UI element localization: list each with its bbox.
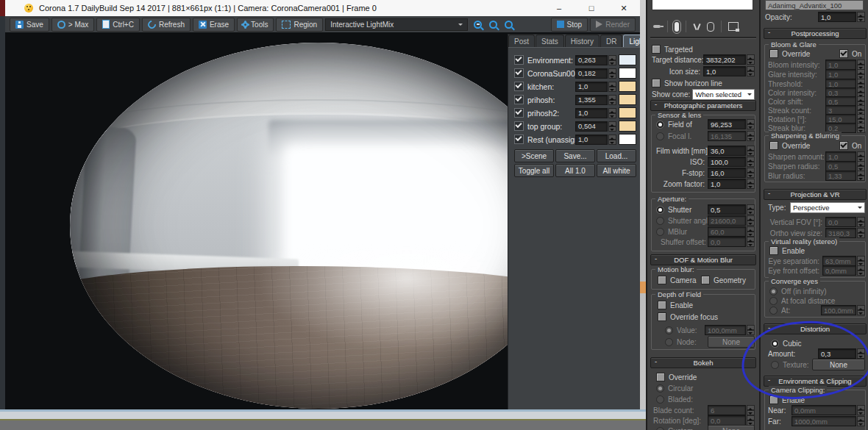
iso-input[interactable]: 100,0	[708, 157, 746, 167]
blur-radius-input[interactable]: 1,33	[825, 171, 856, 181]
converge-at-input[interactable]: 100,0mm	[821, 305, 856, 315]
rollout-dof-motion-blur[interactable]: - DOF & Motion Blur	[650, 254, 756, 265]
tab-post[interactable]: Post	[508, 35, 535, 47]
icon-size-spinner[interactable]	[747, 66, 755, 76]
ortho-view-size-spinner[interactable]	[857, 228, 865, 238]
override-focus-checkbox[interactable]	[658, 312, 666, 321]
layer-intensity-spinner[interactable]	[608, 135, 616, 145]
render-mode-dropdown[interactable]: Interactive LightMix	[325, 18, 468, 31]
bloom-intensity-spinner[interactable]	[857, 60, 865, 70]
field-of-view-spinner[interactable]	[747, 119, 755, 129]
layer-color-swatch[interactable]	[619, 81, 636, 92]
configure-modifier-sets-icon[interactable]	[728, 22, 739, 31]
dof-enable-checkbox[interactable]	[658, 301, 666, 309]
render-button[interactable]: Render	[590, 18, 636, 32]
layer-checkbox[interactable]	[514, 121, 524, 131]
layer-color-swatch[interactable]	[619, 94, 636, 105]
layer-checkbox[interactable]	[514, 68, 524, 78]
iso-spinner[interactable]	[747, 157, 755, 167]
modifier-list-box[interactable]	[652, 0, 753, 10]
tab-dr[interactable]: DR	[600, 35, 622, 47]
mblur-input[interactable]: 60,0	[708, 226, 746, 237]
bokeh-rotation-spinner[interactable]	[747, 415, 755, 426]
refresh-button[interactable]: Refresh	[142, 18, 191, 32]
focus-value-input[interactable]: 100,0mm	[705, 325, 746, 335]
layer-checkbox[interactable]	[514, 55, 524, 65]
send-to-max-button[interactable]: > Max	[51, 18, 95, 32]
layer-color-swatch[interactable]	[619, 121, 636, 132]
clip-far-input[interactable]: 1000,0mm	[791, 416, 856, 426]
circular-radio[interactable]	[656, 384, 664, 393]
clip-near-spinner[interactable]	[857, 405, 865, 415]
sharpen-amount-input[interactable]: 1,0	[825, 151, 856, 162]
rollout-bokeh[interactable]: - Bokeh	[650, 357, 756, 368]
tab-stats[interactable]: Stats	[536, 35, 564, 47]
zoom-fit-icon[interactable]	[505, 21, 513, 29]
layer-intensity-spinner[interactable]	[608, 108, 616, 118]
layer-color-swatch[interactable]	[619, 68, 636, 79]
all-1-button[interactable]: All 1.0	[555, 164, 595, 177]
layer-checkbox[interactable]	[514, 108, 524, 118]
zoom-in-icon[interactable]	[474, 21, 482, 29]
layer-intensity-spinner[interactable]	[608, 121, 616, 132]
layer-intensity-input[interactable]: 1,0	[575, 82, 608, 92]
sharpen-amount-spinner[interactable]	[857, 151, 865, 162]
projection-type-dropdown[interactable]: Perspective	[790, 202, 865, 213]
layer-intensity-input[interactable]: 1,0	[575, 135, 608, 145]
camera-mblur-checkbox[interactable]	[658, 276, 666, 284]
close-button[interactable]: ✕	[608, 0, 640, 16]
converge-focal-radio[interactable]	[769, 297, 778, 305]
zoom-out-icon[interactable]	[489, 21, 497, 29]
layer-intensity-spinner[interactable]	[608, 68, 616, 79]
opacity-input[interactable]: 1,0	[818, 12, 856, 22]
copy-button[interactable]: Ctrl+C	[96, 18, 140, 32]
bloom-on-checkbox[interactable]	[839, 49, 848, 58]
bloom-override-checkbox[interactable]	[769, 49, 778, 58]
focal-length-spinner[interactable]	[747, 131, 755, 141]
focus-value-spinner[interactable]	[747, 325, 755, 335]
shutter-angle-input[interactable]: 21600,0	[708, 215, 746, 226]
stop-button[interactable]: Stop	[551, 18, 588, 32]
ortho-view-size-input[interactable]: 3180,3	[825, 228, 856, 238]
toggle-all-button[interactable]: Toggle all	[514, 164, 554, 177]
layer-intensity-input[interactable]: 0,263	[575, 55, 608, 65]
field-of-view-radio[interactable]	[656, 121, 664, 129]
eye-separation-input[interactable]: 63,0mm	[822, 256, 856, 266]
shutter-angle-radio[interactable]	[656, 217, 664, 225]
scene-button[interactable]: >Scene	[514, 149, 554, 162]
layer-intensity-input[interactable]: 0,182	[575, 68, 608, 79]
vr-enable-checkbox[interactable]	[769, 246, 778, 255]
focus-node-radio[interactable]	[665, 338, 673, 346]
converge-off-radio[interactable]	[769, 287, 778, 295]
sharpen-on-checkbox[interactable]	[839, 141, 848, 150]
tools-button[interactable]: Tools	[237, 18, 274, 32]
mblur-radio[interactable]	[656, 228, 664, 236]
custom-bokeh-button[interactable]: None	[708, 425, 755, 430]
layer-color-swatch[interactable]	[619, 134, 636, 145]
focal-length-input[interactable]: 16,135	[708, 131, 746, 141]
focus-value-radio[interactable]	[665, 326, 673, 334]
region-button[interactable]: Region	[276, 18, 323, 32]
focal-length-radio[interactable]	[656, 132, 664, 140]
sharpen-radius-input[interactable]: 0,5	[825, 161, 856, 171]
lut-dropdown[interactable]: Adanimq_Advantix_100	[765, 0, 864, 10]
zoom-factor-spinner[interactable]	[747, 179, 755, 189]
bokeh-override-checkbox[interactable]	[656, 373, 665, 381]
layer-intensity-spinner[interactable]	[608, 95, 616, 105]
zoom-factor-input[interactable]: 1,0	[708, 179, 746, 189]
fstop-spinner[interactable]	[747, 168, 755, 178]
layer-color-swatch[interactable]	[619, 107, 636, 118]
layer-intensity-input[interactable]: 1,0	[575, 108, 608, 118]
vertical-fov-spinner[interactable]	[857, 217, 865, 227]
opacity-spinner[interactable]	[857, 12, 865, 22]
layer-checkbox[interactable]	[514, 82, 524, 91]
rollout-projection-vr[interactable]: - Projection & VR	[764, 189, 867, 200]
icon-size-input[interactable]: 1,0	[703, 66, 746, 76]
all-white-button[interactable]: All white	[597, 164, 636, 177]
eye-front-offset-spinner[interactable]	[857, 265, 865, 276]
glare-intensity-input[interactable]: 1,0	[825, 69, 856, 79]
mblur-spinner[interactable]	[747, 226, 755, 237]
rollout-postprocessing[interactable]: - Postprocessing	[764, 28, 867, 39]
show-horizon-checkbox[interactable]	[652, 79, 661, 87]
erase-button[interactable]: Erase	[193, 18, 235, 32]
